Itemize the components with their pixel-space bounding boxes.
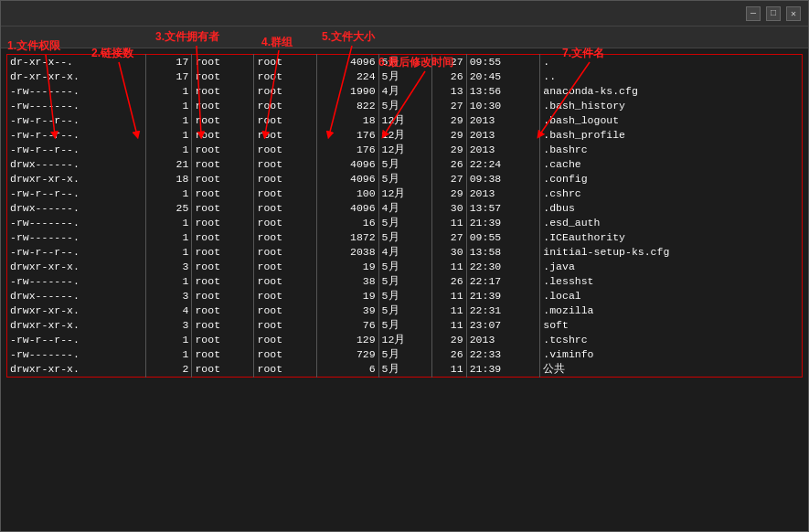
file-name: .cshrc [540,186,803,201]
file-cell: root [192,289,254,303]
file-cell: 21 [146,157,192,172]
file-cell: 2 [146,362,192,378]
file-cell: 5月 [378,69,432,84]
file-name: soft [540,318,803,333]
file-cell: 12月 [378,143,432,157]
file-cell: 1 [146,347,192,362]
file-cell: dr-xr-xr-x. [7,69,146,84]
file-cell: -rw-r--r--. [7,128,146,143]
file-cell: 5月 [378,99,432,113]
file-cell: root [192,274,254,289]
file-cell: 22:33 [466,347,540,362]
file-cell: 30 [432,245,466,260]
file-cell: 5月 [378,303,432,318]
file-cell: root [192,99,254,113]
file-cell: 1 [146,274,192,289]
file-cell: 3 [146,289,192,303]
file-cell: 5月 [378,172,432,186]
file-cell: root [254,172,316,186]
outer-wrapper: — □ ✕ dr-xr-x--.17rootroot40965月2709:55.… [0,0,809,532]
menu-search[interactable] [48,36,63,39]
file-cell: 29 [432,333,466,347]
file-cell: -rw-r--r--. [7,143,146,157]
file-cell: 29 [432,113,466,128]
file-cell: 76 [316,318,378,333]
maximize-button[interactable]: □ [766,6,781,21]
file-cell: 5月 [378,55,432,70]
file-cell: 09:55 [466,55,540,70]
file-name: .bashrc [540,143,803,157]
file-cell: root [192,157,254,172]
file-name: .mozilla [540,303,803,318]
file-cell: root [192,55,254,70]
file-name: .. [540,69,803,84]
file-cell: root [192,303,254,318]
file-cell: 176 [316,128,378,143]
file-cell: 1 [146,143,192,157]
close-button[interactable]: ✕ [786,6,801,21]
file-cell: 6 [316,362,378,378]
file-name: .esd_auth [540,216,803,230]
file-cell: -rw-r--r--. [7,245,146,260]
file-cell: -rw-------. [7,84,146,99]
table-row: -rw-------.1rootroot165月1121:39.esd_auth [7,216,803,230]
file-name: . [540,55,803,70]
file-cell: 100 [316,186,378,201]
file-cell: root [254,333,316,347]
file-cell: 822 [316,99,378,113]
file-cell: root [192,362,254,378]
file-cell: 1 [146,113,192,128]
file-name: .local [540,289,803,303]
file-cell: 176 [316,143,378,157]
file-cell: 4月 [378,245,432,260]
menu-view[interactable] [34,36,48,39]
file-name: anaconda-ks.cfg [540,84,803,99]
file-cell: 27 [432,99,466,113]
table-row: drwxr-xr-x.4rootroot395月1122:31.mozilla [7,303,803,318]
file-cell: 1 [146,245,192,260]
file-cell: root [254,157,316,172]
file-cell: root [192,69,254,84]
file-cell: drwxr-xr-x. [7,318,146,333]
file-cell: drwxr-xr-x. [7,303,146,318]
menu-edit[interactable] [19,36,34,39]
table-row: -rw-------.1rootroot8225月2710:30.bash_hi… [7,99,803,113]
file-cell: drwxr-xr-x. [7,172,146,186]
menu-file[interactable] [5,36,19,39]
file-cell: 21:39 [466,289,540,303]
file-cell: root [192,216,254,230]
file-cell: root [254,230,316,245]
file-cell: 12月 [378,113,432,128]
file-cell: 20:45 [466,69,540,84]
table-row: drwxr-xr-x.3rootroot195月1122:30.java [7,260,803,274]
file-cell: root [192,347,254,362]
file-cell: 22:17 [466,274,540,289]
file-cell: 1 [146,186,192,201]
file-cell: root [192,201,254,216]
table-row: -rw-r--r--.1rootroot12912月292013.tcshrc [7,333,803,347]
file-cell: root [192,186,254,201]
file-cell: 2013 [466,113,540,128]
file-cell: root [192,113,254,128]
file-cell: 1990 [316,84,378,99]
file-cell: 11 [432,362,466,378]
file-name: .viminfo [540,347,803,362]
menu-bar [1,27,808,48]
file-name: .cache [540,157,803,172]
file-cell: 11 [432,318,466,333]
file-cell: 11 [432,303,466,318]
menu-help[interactable] [78,36,92,39]
file-cell: 1 [146,128,192,143]
file-cell: 38 [316,274,378,289]
file-cell: -rw-r--r--. [7,113,146,128]
terminal-window: — □ ✕ dr-xr-x--.17rootroot40965月2709:55.… [0,0,809,532]
file-name: .dbus [540,201,803,216]
file-cell: root [254,84,316,99]
file-cell: root [254,55,316,70]
table-row: drwx------.25rootroot40964月3013:57.dbus [7,201,803,216]
file-cell: 224 [316,69,378,84]
menu-terminal[interactable] [63,36,78,39]
file-cell: 5月 [378,347,432,362]
minimize-button[interactable]: — [746,6,761,21]
file-cell: 19 [316,289,378,303]
